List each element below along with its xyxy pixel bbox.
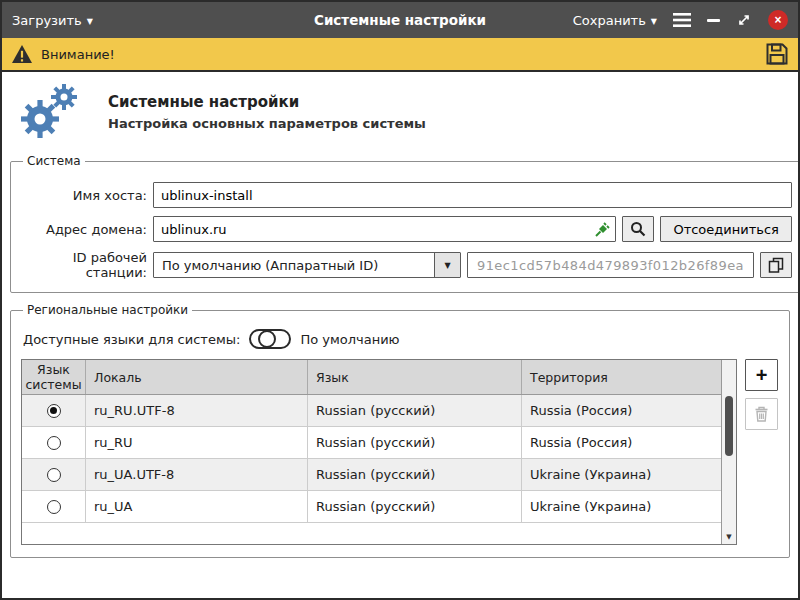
warning-message: Внимание! xyxy=(11,44,115,64)
system-section: Система Имя хоста: Адрес домена: xyxy=(10,154,798,293)
page-header-text: Системные настройки Настройка основных п… xyxy=(108,93,426,131)
col-header-language: Язык xyxy=(308,360,522,394)
cell-system-language xyxy=(22,395,86,426)
cell-language: Russian (русский) xyxy=(308,459,522,490)
table-row[interactable]: ru_UA.UTF-8 Russian (русский) Ukraine (У… xyxy=(22,459,721,491)
cell-system-language xyxy=(22,491,86,522)
domain-input-wrap xyxy=(153,216,616,242)
cell-territory: Ukraine (Украина) xyxy=(522,459,721,490)
col-header-locale: Локаль xyxy=(86,360,308,394)
copy-icon xyxy=(768,257,784,273)
trash-icon xyxy=(754,406,769,422)
cell-language: Russian (русский) xyxy=(308,491,522,522)
cell-territory: Russia (Россия) xyxy=(522,395,721,426)
workstation-id-mode-value: По умолчанию (Аппаратный ID) xyxy=(154,258,434,273)
page-subtitle: Настройка основных параметров системы xyxy=(108,116,426,131)
row-radio[interactable] xyxy=(47,468,61,482)
page-header: Системные настройки Настройка основных п… xyxy=(10,78,790,150)
maximize-button[interactable] xyxy=(736,12,752,28)
row-radio[interactable] xyxy=(47,436,61,450)
search-domain-button[interactable] xyxy=(622,216,654,242)
col-header-system-language: Язык системы xyxy=(22,360,86,394)
gears-icon xyxy=(14,82,92,142)
close-icon: × xyxy=(774,14,781,26)
cell-language: Russian (русский) xyxy=(308,395,522,426)
close-button[interactable]: × xyxy=(768,10,788,30)
plus-icon: + xyxy=(756,364,768,387)
load-button-label: Загрузить xyxy=(12,13,82,28)
menu-button[interactable] xyxy=(673,13,691,27)
toggle-knob-icon xyxy=(258,330,276,348)
languages-toggle-label: Доступные языки для системы: xyxy=(23,332,240,347)
titlebar-controls: Сохранить ▼ × xyxy=(573,10,788,30)
expand-icon xyxy=(736,12,752,28)
cell-locale: ru_RU.UTF-8 xyxy=(86,395,308,426)
hostname-label: Имя хоста: xyxy=(21,188,147,203)
locale-table: Язык системы Локаль Язык Территория ru_R… xyxy=(21,359,737,545)
app-window: Загрузить ▼ Системные настройки Сохранит… xyxy=(0,0,800,600)
save-button-label: Сохранить xyxy=(573,13,646,28)
domain-row: Адрес домена: Отсоединиться xyxy=(21,216,792,242)
cell-locale: ru_UA.UTF-8 xyxy=(86,459,308,490)
floppy-save-icon xyxy=(765,42,789,66)
cell-system-language xyxy=(22,459,86,490)
chevron-down-icon: ▼ xyxy=(434,253,460,277)
system-section-legend: Система xyxy=(23,154,85,168)
regional-section-legend: Региональные настройки xyxy=(23,303,192,317)
table-row[interactable]: ru_RU.UTF-8 Russian (русский) Russia (Ро… xyxy=(22,395,721,427)
vertical-scrollbar[interactable]: ▼ xyxy=(721,360,736,544)
domain-label: Адрес домена: xyxy=(21,222,147,237)
minimize-icon xyxy=(707,19,720,22)
save-settings-button[interactable] xyxy=(765,42,789,66)
workstation-id-row: ID рабочей станции: По умолчанию (Аппара… xyxy=(21,250,792,280)
cell-locale: ru_UA xyxy=(86,491,308,522)
main-content: Системные настройки Настройка основных п… xyxy=(2,72,798,598)
locale-table-main: Язык системы Локаль Язык Территория ru_R… xyxy=(22,360,721,544)
page-title: Системные настройки xyxy=(108,93,426,111)
hostname-input-wrap xyxy=(153,182,792,208)
warning-icon xyxy=(11,44,33,64)
languages-toggle-row: Доступные языки для системы: По умолчани… xyxy=(23,329,779,349)
chevron-down-icon: ▼ xyxy=(651,17,657,26)
save-dropdown-button[interactable]: Сохранить ▼ xyxy=(573,13,657,28)
locale-table-zone: Язык системы Локаль Язык Территория ru_R… xyxy=(21,359,779,545)
hamburger-icon xyxy=(673,13,691,27)
chevron-down-icon: ▼ xyxy=(87,17,93,26)
locale-table-header: Язык системы Локаль Язык Территория xyxy=(22,360,721,395)
workstation-id-value: 91ec1cd57b484d479893f012b26f89ea xyxy=(467,252,754,278)
workstation-id-label: ID рабочей станции: xyxy=(21,250,147,280)
col-header-territory: Территория xyxy=(522,360,721,394)
row-radio[interactable] xyxy=(47,404,61,418)
hostname-row: Имя хоста: xyxy=(21,182,792,208)
scroll-down-icon[interactable]: ▼ xyxy=(722,529,736,544)
minimize-button[interactable] xyxy=(707,19,720,22)
locale-table-rows: ru_RU.UTF-8 Russian (русский) Russia (Ро… xyxy=(22,395,721,523)
load-button[interactable]: Загрузить ▼ xyxy=(12,13,93,28)
cell-territory: Russia (Россия) xyxy=(522,427,721,458)
hostname-input[interactable] xyxy=(153,182,792,208)
table-row[interactable]: ru_RU Russian (русский) Russia (Россия) xyxy=(22,427,721,459)
connected-plug-icon xyxy=(595,221,611,237)
scrollbar-thumb[interactable] xyxy=(725,396,733,456)
domain-input[interactable] xyxy=(153,216,616,242)
copy-id-button[interactable] xyxy=(760,252,792,278)
default-label: По умолчанию xyxy=(300,332,399,347)
search-icon xyxy=(630,221,646,237)
cell-system-language xyxy=(22,427,86,458)
table-row[interactable]: ru_UA Russian (русский) Ukraine (Украина… xyxy=(22,491,721,523)
row-radio[interactable] xyxy=(47,500,61,514)
workstation-id-mode-select[interactable]: По умолчанию (Аппаратный ID) ▼ xyxy=(153,252,461,278)
table-actions: + xyxy=(745,359,779,430)
warning-text: Внимание! xyxy=(41,47,115,62)
cell-territory: Ukraine (Украина) xyxy=(522,491,721,522)
languages-toggle[interactable] xyxy=(249,329,291,349)
cell-locale: ru_RU xyxy=(86,427,308,458)
disconnect-button[interactable]: Отсоединиться xyxy=(660,216,792,242)
cell-language: Russian (русский) xyxy=(308,427,522,458)
titlebar: Загрузить ▼ Системные настройки Сохранит… xyxy=(2,2,798,38)
delete-locale-button[interactable] xyxy=(745,398,778,430)
regional-section: Региональные настройки Доступные языки д… xyxy=(10,303,790,558)
add-locale-button[interactable]: + xyxy=(745,359,778,391)
warning-bar: Внимание! xyxy=(2,38,798,72)
